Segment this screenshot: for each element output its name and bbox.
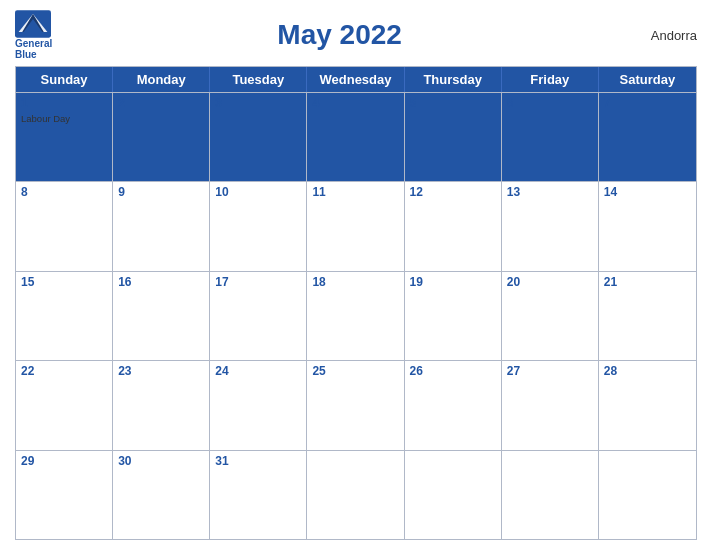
cell-may9: 9 xyxy=(113,182,210,270)
cell-may14: 14 xyxy=(599,182,696,270)
logo-general: General xyxy=(15,38,52,49)
cell-may19: 19 xyxy=(405,272,502,360)
cell-may3: 3 xyxy=(210,93,307,181)
calendar-grid: Sunday Monday Tuesday Wednesday Thursday… xyxy=(15,66,697,540)
day-tuesday: Tuesday xyxy=(210,67,307,92)
cell-may5: 5 xyxy=(405,93,502,181)
cell-may2: 2 xyxy=(113,93,210,181)
logo: General Blue xyxy=(15,10,52,60)
country-label: Andorra xyxy=(627,28,697,43)
day-monday: Monday xyxy=(113,67,210,92)
cell-may27: 27 xyxy=(502,361,599,449)
cell-may7: 7 xyxy=(599,93,696,181)
day-thursday: Thursday xyxy=(405,67,502,92)
day-sunday: Sunday xyxy=(16,67,113,92)
calendar-body: 1 Labour Day 2 3 4 5 6 7 8 9 10 11 12 13… xyxy=(16,92,696,539)
cell-empty-2 xyxy=(405,451,502,539)
week-2: 8 9 10 11 12 13 14 xyxy=(16,181,696,270)
cell-may6: 6 xyxy=(502,93,599,181)
cell-empty-3 xyxy=(502,451,599,539)
cell-may8: 8 xyxy=(16,182,113,270)
cell-may11: 11 xyxy=(307,182,404,270)
cell-may23: 23 xyxy=(113,361,210,449)
cell-may10: 10 xyxy=(210,182,307,270)
logo-blue: Blue xyxy=(15,49,52,60)
page-header: General Blue May 2022 Andorra xyxy=(15,10,697,60)
cell-empty-1 xyxy=(307,451,404,539)
cell-may1: 1 Labour Day xyxy=(16,93,113,181)
day-friday: Friday xyxy=(502,67,599,92)
cell-may20: 20 xyxy=(502,272,599,360)
week-5: 29 30 31 xyxy=(16,450,696,539)
cell-empty-4 xyxy=(599,451,696,539)
cell-may24: 24 xyxy=(210,361,307,449)
cell-may4: 4 xyxy=(307,93,404,181)
date-1: 1 xyxy=(21,96,107,112)
cell-may18: 18 xyxy=(307,272,404,360)
day-saturday: Saturday xyxy=(599,67,696,92)
cell-may16: 16 xyxy=(113,272,210,360)
cell-may17: 17 xyxy=(210,272,307,360)
cell-may28: 28 xyxy=(599,361,696,449)
calendar-page: General Blue May 2022 Andorra Sunday Mon… xyxy=(0,0,712,550)
days-header: Sunday Monday Tuesday Wednesday Thursday… xyxy=(16,67,696,92)
week-3: 15 16 17 18 19 20 21 xyxy=(16,271,696,360)
cell-may26: 26 xyxy=(405,361,502,449)
cell-may25: 25 xyxy=(307,361,404,449)
cell-may21: 21 xyxy=(599,272,696,360)
week-1: 1 Labour Day 2 3 4 5 6 7 xyxy=(16,92,696,181)
cell-may30: 30 xyxy=(113,451,210,539)
event-labour-day: Labour Day xyxy=(21,113,107,124)
calendar-title: May 2022 xyxy=(52,19,627,51)
cell-may12: 12 xyxy=(405,182,502,270)
day-wednesday: Wednesday xyxy=(307,67,404,92)
cell-may15: 15 xyxy=(16,272,113,360)
cell-may31: 31 xyxy=(210,451,307,539)
week-4: 22 23 24 25 26 27 28 xyxy=(16,360,696,449)
cell-may13: 13 xyxy=(502,182,599,270)
cell-may22: 22 xyxy=(16,361,113,449)
cell-may29: 29 xyxy=(16,451,113,539)
